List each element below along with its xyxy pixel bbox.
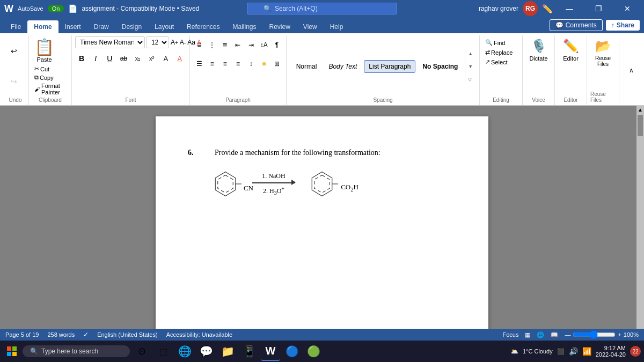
focus-label[interactable]: Focus: [502, 331, 518, 338]
cut-button[interactable]: ✂ Cut: [32, 65, 68, 73]
decrease-indent-button[interactable]: ⇤: [232, 36, 244, 54]
minimize-button[interactable]: —: [557, 0, 582, 17]
tab-help[interactable]: Help: [324, 20, 350, 33]
sort-button[interactable]: ↕A: [258, 36, 270, 54]
taskbar-whatsapp[interactable]: 📱: [239, 342, 259, 361]
highlight-button[interactable]: A: [159, 50, 172, 67]
undo-button[interactable]: ↩: [5, 42, 23, 60]
close-button[interactable]: ✕: [615, 0, 640, 17]
styles-scroll-up[interactable]: ▲: [466, 50, 474, 57]
style-body-text[interactable]: Body Text: [324, 60, 362, 73]
numbering-button[interactable]: ⋮: [206, 36, 218, 54]
increase-indent-button[interactable]: ⇥: [245, 36, 257, 54]
font-color-button[interactable]: A: [173, 50, 186, 67]
reuse-button[interactable]: Reuse Files: [590, 55, 616, 68]
notification-badge[interactable]: 22: [630, 346, 641, 357]
proofing-icon[interactable]: ✓: [83, 331, 89, 338]
show-marks-button[interactable]: ¶: [271, 36, 283, 54]
find-button[interactable]: 🔍 Find: [483, 39, 507, 47]
view-print-layout-icon[interactable]: ▦: [525, 331, 530, 338]
styles-expand[interactable]: ▽: [466, 76, 474, 83]
tab-review[interactable]: Review: [263, 20, 297, 33]
accessibility[interactable]: Accessibility: Unavailable: [166, 331, 233, 338]
styles-group-label: Spacing: [373, 96, 392, 104]
shading-button[interactable]: ■: [258, 55, 270, 72]
pen-icon[interactable]: ✏️: [542, 4, 553, 14]
grow-font-button[interactable]: A+: [171, 36, 178, 48]
autosave-toggle[interactable]: On: [48, 5, 64, 12]
taskbar-word[interactable]: W: [261, 342, 280, 361]
search-box[interactable]: 🔍 Search (Alt+Q): [247, 3, 397, 14]
zoom-in-button[interactable]: +: [618, 331, 621, 338]
superscript-button[interactable]: x²: [145, 50, 158, 67]
taskbar-search[interactable]: 🔍 Type here to search: [23, 345, 130, 357]
svg-marker-1: [218, 175, 233, 193]
bold-button[interactable]: B: [75, 50, 88, 67]
tab-insert[interactable]: Insert: [58, 20, 87, 33]
taskbar-speakers-icon[interactable]: 🔊: [569, 347, 578, 356]
tab-home[interactable]: Home: [27, 20, 58, 33]
paste-button[interactable]: 📋 Paste: [32, 36, 56, 64]
underline-button[interactable]: U: [103, 50, 116, 67]
taskbar-cortana[interactable]: ⊙: [132, 342, 151, 361]
dictate-button[interactable]: Dictate: [527, 55, 550, 62]
align-left-button[interactable]: ☰: [193, 55, 205, 72]
share-button[interactable]: ↑ Share: [606, 20, 640, 31]
taskbar-network-icon[interactable]: 📶: [582, 347, 591, 356]
styles-scroll-down[interactable]: ▼: [466, 63, 474, 70]
tab-mailings[interactable]: Mailings: [226, 20, 262, 33]
word-logo[interactable]: W: [4, 3, 13, 14]
styles-group: Normal Body Text List Paragraph No Spaci…: [287, 35, 480, 105]
taskbar-explorer[interactable]: 📁: [218, 342, 237, 361]
taskbar-chrome[interactable]: 🌐: [175, 342, 194, 361]
style-normal[interactable]: Normal: [291, 60, 322, 73]
zoom-out-button[interactable]: —: [565, 331, 570, 338]
view-read-icon[interactable]: 📖: [551, 331, 558, 338]
tab-design[interactable]: Design: [115, 20, 148, 33]
taskbar-right: 🌥️ 1°C Cloudy ⬛ 🔊 📶 9:12 AM 2022-04-20 2…: [511, 345, 641, 358]
select-button[interactable]: ↗ Select: [483, 58, 510, 66]
avatar[interactable]: RG: [523, 1, 538, 16]
collapse-ribbon-button[interactable]: ∧: [623, 62, 640, 79]
replace-button[interactable]: ⇄ Replace: [483, 48, 515, 56]
bullets-button[interactable]: ≡: [193, 36, 205, 54]
scrollbar-thumb[interactable]: [638, 115, 643, 136]
font-name-select[interactable]: Times New Roman: [75, 36, 145, 48]
comments-button[interactable]: 💬 Comments: [550, 19, 603, 31]
tab-file[interactable]: File: [4, 20, 27, 33]
tab-layout[interactable]: Layout: [148, 20, 180, 33]
font-size-select[interactable]: 12: [147, 36, 169, 48]
editor-button[interactable]: Editor: [561, 55, 581, 62]
taskbar-meet[interactable]: 🟢: [304, 342, 323, 361]
tab-view[interactable]: View: [297, 20, 324, 33]
taskbar-chrome2[interactable]: 🔵: [282, 342, 302, 361]
view-web-icon[interactable]: 🌐: [537, 331, 544, 338]
zoom-range[interactable]: [573, 330, 616, 339]
language[interactable]: English (United States): [97, 331, 158, 338]
taskbar-show-desktop-icon[interactable]: ⬛: [557, 348, 565, 355]
scrollbar[interactable]: ▲ ▼: [636, 106, 644, 354]
scroll-up-button[interactable]: ▲: [636, 106, 644, 114]
tab-references[interactable]: References: [180, 20, 226, 33]
copy-button[interactable]: ⧉ Copy: [32, 73, 68, 82]
shrink-font-button[interactable]: A-: [180, 36, 186, 48]
multilevel-list-button[interactable]: ≣: [219, 36, 231, 54]
redo-button[interactable]: ↪: [5, 73, 23, 90]
style-list-paragraph[interactable]: List Paragraph: [364, 60, 415, 73]
start-button[interactable]: [3, 343, 20, 360]
tab-draw[interactable]: Draw: [87, 20, 115, 33]
align-center-button[interactable]: ≡: [206, 55, 218, 72]
format-painter-button[interactable]: 🖌 Format Painter: [32, 82, 68, 96]
taskbar-teams[interactable]: 💬: [196, 342, 216, 361]
taskbar-time[interactable]: 9:12 AM 2022-04-20: [596, 345, 626, 358]
style-no-spacing[interactable]: No Spacing: [418, 60, 463, 73]
align-right-button[interactable]: ≡: [219, 55, 231, 72]
taskbar-task-view[interactable]: ⬚: [153, 342, 173, 361]
borders-button[interactable]: ⊞: [271, 55, 283, 72]
strikethrough-button[interactable]: ab: [117, 50, 130, 67]
restore-button[interactable]: ❐: [586, 0, 611, 17]
justify-button[interactable]: ≡: [232, 55, 244, 72]
italic-button[interactable]: I: [89, 50, 102, 67]
line-spacing-button[interactable]: ↕: [245, 55, 257, 72]
subscript-button[interactable]: x₂: [131, 50, 144, 67]
